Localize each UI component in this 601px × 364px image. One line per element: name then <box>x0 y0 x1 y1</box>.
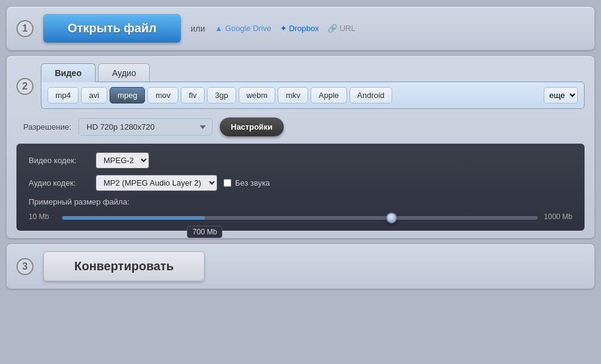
google-drive-icon: ▲ <box>215 24 223 33</box>
format-row: mp4 avi mpeg mov flv 3gp webm mkv Apple … <box>41 82 585 109</box>
video-codec-label: Видео кодек: <box>29 156 90 165</box>
audio-codec-label: Аудио кодек: <box>29 178 90 187</box>
section-2-body: Разрешение: HD 720p 1280x720 Настройки <box>16 115 585 136</box>
file-size-section: Примерный размер файла: 10 Mb 700 Mb 100… <box>29 197 572 222</box>
section-3: 3 Конвертировать <box>6 243 595 289</box>
settings-panel: Видео кодек: MPEG-2 Аудио кодек: MP2 (MP… <box>16 144 585 231</box>
tab-video[interactable]: Видео <box>41 63 96 82</box>
slider-wrapper: 700 Mb <box>62 211 538 222</box>
url-link[interactable]: 🔗 URL <box>328 24 356 33</box>
more-formats-select[interactable]: еще <box>544 87 578 103</box>
format-3gp[interactable]: 3gp <box>207 87 236 103</box>
resolution-row: Разрешение: HD 720p 1280x720 Настройки <box>16 117 585 136</box>
format-mp4[interactable]: mp4 <box>47 87 79 103</box>
format-mov[interactable]: mov <box>147 87 178 103</box>
tab-audio[interactable]: Аудио <box>98 63 150 82</box>
settings-button[interactable]: Настройки <box>220 117 284 136</box>
file-size-label: Примерный размер файла: <box>29 197 572 206</box>
tab-row: Видео Аудио <box>41 63 585 82</box>
google-drive-label: Google Drive <box>225 24 272 33</box>
audio-codec-row: Аудио кодек: MP2 (MPEG Audio Layer 2) Бе… <box>29 175 572 191</box>
slider-max-label: 1000 Mb <box>544 212 572 221</box>
video-codec-select[interactable]: MPEG-2 <box>96 152 149 169</box>
google-drive-link[interactable]: ▲ Google Drive <box>215 24 272 33</box>
mute-label: Без звука <box>235 178 270 187</box>
step-number-1: 1 <box>16 20 33 37</box>
step-number-2: 2 <box>16 78 33 95</box>
url-label: URL <box>340 24 356 33</box>
audio-codec-select[interactable]: MP2 (MPEG Audio Layer 2) <box>96 175 217 191</box>
dropbox-label: Dropbox <box>289 24 319 33</box>
format-avi[interactable]: avi <box>81 87 107 103</box>
file-size-slider[interactable] <box>62 216 538 220</box>
video-codec-row: Видео кодек: MPEG-2 <box>29 152 572 169</box>
mute-checkbox[interactable] <box>223 179 231 187</box>
resolution-select[interactable]: HD 720p 1280x720 <box>79 118 213 136</box>
format-mkv[interactable]: mkv <box>278 87 308 103</box>
format-webm[interactable]: webm <box>239 87 276 103</box>
section-1: 1 Открыть файл или ▲ Google Drive ✦ Drop… <box>6 6 595 51</box>
format-mpeg[interactable]: mpeg <box>110 87 146 103</box>
slider-container: 10 Mb 700 Mb 1000 Mb <box>29 211 572 222</box>
section-2-header: 2 Видео Аудио mp4 avi mpeg mov flv 3gp w… <box>16 63 585 109</box>
mute-checkbox-label[interactable]: Без звука <box>223 178 270 187</box>
resolution-label: Разрешение: <box>16 122 71 131</box>
format-flv[interactable]: flv <box>181 87 205 103</box>
open-file-button[interactable]: Открыть файл <box>43 14 181 43</box>
step-number-3: 3 <box>16 258 33 275</box>
convert-button[interactable]: Конвертировать <box>43 251 205 281</box>
dropbox-link[interactable]: ✦ Dropbox <box>280 24 319 33</box>
format-apple[interactable]: Apple <box>311 87 346 103</box>
tabs-container: Видео Аудио mp4 avi mpeg mov flv 3gp web… <box>41 63 585 109</box>
link-icon: 🔗 <box>328 24 337 33</box>
slider-min-label: 10 Mb <box>29 212 56 221</box>
or-text: или <box>191 24 205 33</box>
section-2: 2 Видео Аудио mp4 avi mpeg mov flv 3gp w… <box>6 55 595 239</box>
dropbox-icon: ✦ <box>280 24 287 33</box>
cloud-links: ▲ Google Drive ✦ Dropbox 🔗 URL <box>215 24 356 33</box>
slider-tooltip: 700 Mb <box>187 226 222 238</box>
format-android[interactable]: Android <box>350 87 393 103</box>
